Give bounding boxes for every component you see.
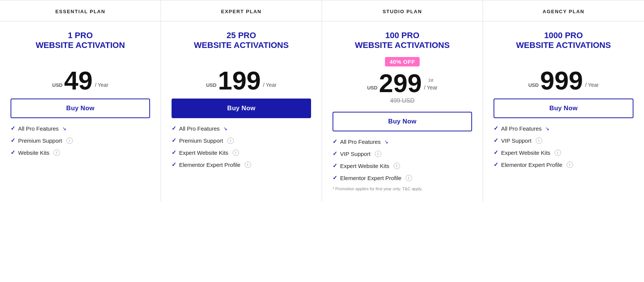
features-list-expert: ✓All Pro Features↘✓Premium Supporti✓Expe… (172, 125, 311, 168)
feature-item-expert-3: ✓Elementor Expert Profilei (172, 161, 311, 168)
price-amount-agency: 999 (540, 68, 583, 93)
check-icon-studio-1: ✓ (333, 150, 337, 157)
info-icon-expert-3[interactable]: i (245, 162, 251, 168)
info-icon-agency-1[interactable]: i (536, 137, 542, 144)
check-icon-studio-0: ✓ (333, 138, 337, 145)
features-list-studio: ✓All Pro Features↘✓VIP Supporti✓Expert W… (333, 138, 472, 181)
price-original-studio: 499 USD (390, 97, 415, 104)
check-icon-agency-0: ✓ (494, 125, 498, 132)
buy-button-studio[interactable]: Buy Now (333, 112, 472, 131)
activations-expert: 25 PROWEBSITE ACTIVATIONS (172, 31, 311, 50)
feature-text-essential-1: Premium Support (18, 137, 62, 144)
plan-col-agency: AGENCY PLAN1000 PROWEBSITE ACTIVATIONSUS… (483, 0, 644, 202)
activations-essential: 1 PROWEBSITE ACTIVATION (11, 31, 150, 50)
info-icon-essential-1[interactable]: i (66, 137, 73, 144)
info-icon-studio-1[interactable]: i (375, 151, 381, 157)
plan-header-expert: EXPERT PLAN (161, 0, 322, 22)
feature-text-studio-1: VIP Support (340, 151, 371, 157)
check-icon-agency-1: ✓ (494, 137, 498, 144)
feature-text-expert-2: Expert Website Kits (179, 149, 228, 156)
features-list-agency: ✓All Pro Features↘✓VIP Supporti✓Expert W… (494, 125, 633, 168)
feature-item-agency-0: ✓All Pro Features↘ (494, 125, 633, 132)
feature-text-agency-0: All Pro Features (501, 125, 542, 132)
feature-arrow-essential-0[interactable]: ↘ (62, 126, 66, 131)
price-period-essential: / Year (95, 82, 109, 88)
plan-body-expert: 25 PROWEBSITE ACTIVATIONSUSD199/ YearBuy… (161, 22, 322, 184)
pricing-grid: ESSENTIAL PLAN1 PROWEBSITE ACTIVATIONUSD… (0, 0, 644, 202)
price-area-expert: USD199/ Year (172, 57, 311, 95)
feature-text-expert-1: Premium Support (179, 137, 223, 144)
buy-button-essential[interactable]: Buy Now (11, 99, 150, 118)
feature-text-agency-2: Expert Website Kits (501, 149, 550, 156)
check-icon-studio-3: ✓ (333, 174, 337, 181)
check-icon-essential-1: ✓ (11, 137, 15, 144)
feature-item-expert-0: ✓All Pro Features↘ (172, 125, 311, 132)
feature-text-studio-3: Elementor Expert Profile (340, 175, 402, 181)
check-icon-expert-3: ✓ (172, 161, 176, 168)
price-amount-studio: 299 (379, 70, 422, 96)
feature-arrow-studio-0[interactable]: ↘ (384, 139, 388, 145)
plan-col-studio: STUDIO PLAN100 PROWEBSITE ACTIVATIONS40%… (322, 0, 483, 202)
feature-text-essential-0: All Pro Features (18, 125, 59, 132)
promo-note-studio: * Promotion applies for first year only.… (333, 186, 472, 191)
feature-item-studio-0: ✓All Pro Features↘ (333, 138, 472, 145)
activations-number-essential: 1 PRO (11, 31, 150, 40)
activations-number-studio: 100 PRO (333, 31, 472, 40)
activations-text-agency: WEBSITE ACTIVATIONS (494, 40, 633, 50)
feature-text-studio-2: Expert Website Kits (340, 163, 389, 169)
plan-header-studio: STUDIO PLAN (322, 0, 483, 22)
check-icon-expert-1: ✓ (172, 137, 176, 144)
info-icon-expert-2[interactable]: i (233, 149, 239, 156)
feature-item-agency-2: ✓Expert Website Kitsi (494, 149, 633, 156)
feature-text-agency-3: Elementor Expert Profile (501, 162, 563, 168)
price-area-agency: USD999/ Year (494, 57, 633, 95)
price-row-expert: USD199/ Year (206, 68, 277, 93)
feature-text-expert-3: Elementor Expert Profile (179, 162, 241, 168)
feature-item-expert-1: ✓Premium Supporti (172, 137, 311, 144)
price-row-studio: USD2991st/ Year (367, 70, 438, 96)
price-currency-expert: USD (206, 82, 216, 88)
feature-text-essential-2: Website Kits (18, 149, 49, 156)
activations-agency: 1000 PROWEBSITE ACTIVATIONS (494, 31, 633, 50)
price-currency-agency: USD (528, 82, 538, 88)
feature-arrow-expert-0[interactable]: ↘ (223, 126, 227, 131)
feature-item-expert-2: ✓Expert Website Kitsi (172, 149, 311, 156)
info-icon-studio-3[interactable]: i (406, 175, 412, 181)
check-icon-studio-2: ✓ (333, 162, 337, 169)
features-list-essential: ✓All Pro Features↘✓Premium Supporti✓Webs… (11, 125, 150, 156)
price-period-agency: / Year (585, 82, 599, 88)
info-icon-agency-2[interactable]: i (555, 149, 561, 156)
feature-text-studio-0: All Pro Features (340, 139, 381, 145)
feature-arrow-agency-0[interactable]: ↘ (545, 126, 549, 131)
check-icon-expert-2: ✓ (172, 149, 176, 156)
plan-title-expert: EXPERT PLAN (169, 9, 314, 14)
feature-item-studio-3: ✓Elementor Expert Profilei (333, 174, 472, 181)
buy-button-agency[interactable]: Buy Now (494, 99, 633, 118)
activations-number-agency: 1000 PRO (494, 31, 633, 40)
info-icon-expert-1[interactable]: i (227, 137, 234, 144)
plan-title-agency: AGENCY PLAN (491, 9, 636, 14)
plan-body-essential: 1 PROWEBSITE ACTIVATIONUSD49/ YearBuy No… (0, 22, 161, 172)
plan-col-essential: ESSENTIAL PLAN1 PROWEBSITE ACTIVATIONUSD… (0, 0, 161, 202)
plan-header-essential: ESSENTIAL PLAN (0, 0, 161, 22)
check-icon-expert-0: ✓ (172, 125, 176, 132)
price-area-essential: USD49/ Year (11, 57, 150, 95)
feature-item-studio-1: ✓VIP Supporti (333, 150, 472, 157)
plan-col-expert: EXPERT PLAN25 PROWEBSITE ACTIVATIONSUSD1… (161, 0, 322, 202)
price-amount-expert: 199 (218, 68, 261, 93)
discount-badge-studio: 40% OFF (385, 57, 420, 66)
info-icon-studio-2[interactable]: i (394, 163, 400, 169)
activations-number-expert: 25 PRO (172, 31, 311, 40)
feature-item-agency-1: ✓VIP Supporti (494, 137, 633, 144)
price-period-expert: / Year (263, 82, 277, 88)
price-row-agency: USD999/ Year (528, 68, 599, 93)
price-amount-essential: 49 (64, 68, 93, 93)
info-icon-agency-3[interactable]: i (567, 162, 573, 168)
activations-text-essential: WEBSITE ACTIVATION (11, 40, 150, 50)
plan-body-studio: 100 PROWEBSITE ACTIVATIONS40% OFFUSD2991… (322, 22, 483, 202)
info-icon-essential-2[interactable]: i (54, 149, 60, 156)
check-icon-essential-2: ✓ (11, 149, 15, 156)
check-icon-agency-2: ✓ (494, 149, 498, 156)
buy-button-expert[interactable]: Buy Now (172, 99, 311, 118)
price-period-studio: 1st/ Year (424, 78, 438, 91)
